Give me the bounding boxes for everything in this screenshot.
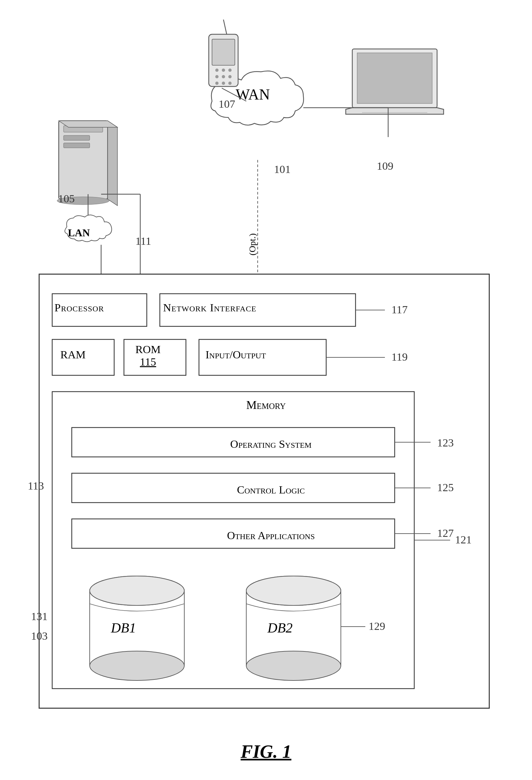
lan-label: LAN [68, 227, 90, 239]
rom-label: ROM 115 [136, 343, 160, 368]
fig-caption: FIG. 1 [0, 741, 532, 762]
opt-label: (Opt.) [247, 233, 258, 255]
oa-label: Other Applications [75, 529, 467, 542]
svg-point-10 [222, 82, 225, 85]
ram-label: RAM [60, 349, 86, 361]
svg-point-4 [222, 68, 225, 72]
wan-label: WAN [236, 86, 270, 103]
svg-rect-16 [64, 126, 103, 132]
svg-point-43 [246, 576, 341, 605]
ref-119: 119 [391, 351, 408, 363]
ref-103: 103 [31, 630, 48, 642]
svg-point-47 [246, 576, 341, 605]
svg-point-8 [228, 75, 231, 78]
ref-111: 111 [136, 235, 151, 247]
processor-label: Processor [54, 301, 104, 314]
io-label: Input/Output [206, 349, 266, 361]
svg-rect-18 [64, 143, 90, 148]
svg-rect-12 [352, 49, 437, 108]
svg-point-5 [228, 68, 231, 72]
svg-point-7 [222, 75, 225, 78]
diagram: WAN [0, 0, 532, 780]
laptop [346, 49, 443, 114]
svg-point-42 [90, 576, 184, 605]
svg-point-3 [215, 68, 219, 72]
svg-rect-2 [212, 39, 235, 65]
db2-label: DB2 [267, 620, 292, 636]
os-label: Operating System [75, 438, 467, 450]
ref-129: 129 [369, 620, 385, 632]
svg-point-6 [215, 75, 219, 78]
ref-113: 113 [28, 480, 44, 492]
svg-rect-17 [64, 136, 90, 140]
svg-point-38 [90, 576, 184, 605]
memory-label: Memory [0, 398, 532, 412]
ref-105: 105 [58, 193, 75, 205]
network-interface-label: Network Interface [163, 301, 256, 314]
ref-101: 101 [274, 163, 290, 176]
mobile-phone [209, 19, 238, 87]
ref-109: 109 [377, 160, 393, 172]
svg-point-41 [90, 651, 184, 680]
ref-117: 117 [391, 303, 408, 316]
svg-rect-1 [209, 34, 238, 87]
svg-point-11 [228, 82, 231, 85]
svg-rect-13 [357, 53, 432, 103]
ref-107: 107 [219, 98, 235, 110]
db1-label: DB1 [111, 620, 136, 636]
svg-point-46 [246, 651, 341, 680]
svg-line-0 [223, 19, 227, 34]
cl-label: Control Logic [75, 484, 467, 496]
svg-rect-15 [59, 121, 108, 199]
ref-131: 131 [31, 610, 48, 623]
svg-point-9 [215, 82, 219, 85]
